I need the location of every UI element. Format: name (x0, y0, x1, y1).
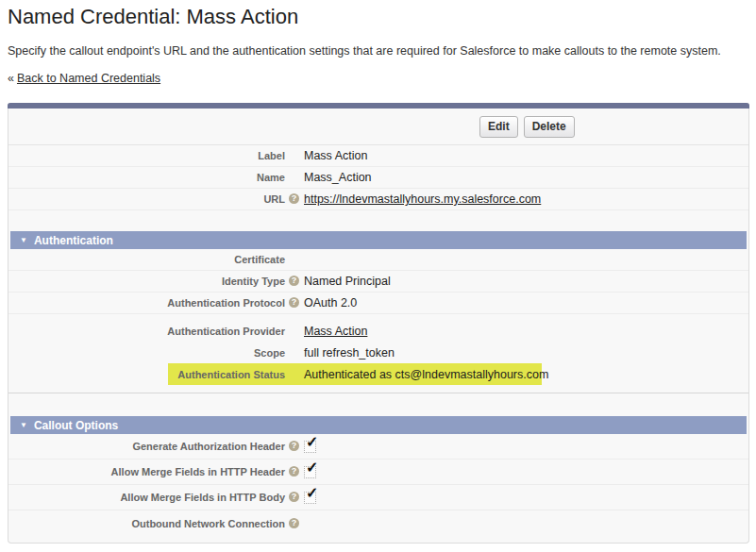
field-row-merge-fields-http-body: Allow Merge Fields in HTTP Body ? ✓ (8, 485, 748, 510)
field-row-generate-auth-header: Generate Authorization Header ? ✓ (8, 434, 748, 460)
auth-provider-link[interactable]: Mass Action (304, 325, 367, 338)
help-icon[interactable]: ? (289, 518, 299, 528)
field-merge-fields-http-body-label: Allow Merge Fields in HTTP Body ? (8, 492, 285, 503)
field-row-auth-protocol: Authentication Protocol ? OAuth 2.0 (8, 293, 748, 314)
field-row-auth-provider: Authentication Provider Mass Action (8, 320, 748, 342)
field-auth-status-text: Authentication Status (177, 369, 285, 380)
field-generate-auth-header-text: Generate Authorization Header (132, 441, 285, 452)
edit-button[interactable]: Edit (479, 116, 518, 138)
section-title-callout-options: Callout Options (34, 419, 118, 432)
field-merge-fields-http-header-label: Allow Merge Fields in HTTP Header ? (8, 466, 285, 477)
field-auth-protocol-text: Authentication Protocol (167, 297, 285, 309)
page-description: Specify the callout endpoint's URL and t… (8, 44, 749, 59)
field-label-label: Label (8, 150, 285, 161)
url-link[interactable]: https://lndevmastallyhours.my.salesforce… (304, 192, 541, 206)
field-auth-provider-value: Mass Action (285, 325, 367, 338)
field-outbound-network-connection-text: Outbound Network Connection (131, 518, 285, 529)
field-row-outbound-network-connection: Outbound Network Connection ? (8, 510, 748, 536)
detail-button-row: Edit Delete (8, 109, 748, 145)
field-row-scope: Scope full refresh_token (8, 342, 748, 363)
delete-button[interactable]: Delete (524, 116, 575, 138)
field-auth-status-value: Authenticated as cts@lndevmastallyhours.… (285, 368, 548, 381)
field-row-url: URL ? https://lndevmastallyhours.my.sale… (8, 189, 748, 210)
field-url-value: https://lndevmastallyhours.my.salesforce… (285, 192, 541, 206)
back-chevrons-glyph: « (8, 72, 14, 85)
field-outbound-network-connection-label: Outbound Network Connection ? (8, 518, 285, 529)
field-url-text: URL (263, 193, 285, 205)
section-header-callout-options[interactable]: ▼ Callout Options (10, 416, 747, 434)
checkbox-checked: ✓ (304, 466, 316, 478)
field-label-value: Mass Action (285, 149, 367, 162)
field-merge-fields-http-header-text: Allow Merge Fields in HTTP Header (111, 466, 285, 477)
field-row-auth-status: Authentication Status Authenticated as c… (8, 363, 748, 385)
field-auth-protocol-value: OAuth 2.0 (285, 296, 357, 309)
field-merge-fields-http-body-text: Allow Merge Fields in HTTP Body (120, 492, 285, 503)
field-auth-protocol-label: Authentication Protocol ? (8, 297, 285, 309)
field-auth-provider-label: Authentication Provider (8, 326, 285, 337)
field-row-merge-fields-http-header: Allow Merge Fields in HTTP Header ? ✓ (8, 460, 748, 485)
field-scope-text: Scope (254, 347, 285, 359)
checkbox-checked: ✓ (304, 441, 316, 453)
field-label-text: Label (258, 150, 285, 161)
setup-page: Named Credential: Mass Action Specify th… (0, 0, 756, 544)
named-credential-detail-panel: Edit Delete Label Mass Action Name Mass_… (8, 103, 749, 544)
section-title-authentication: Authentication (34, 234, 113, 247)
field-name-value: Mass_Action (285, 171, 372, 184)
field-identity-type-text: Identity Type (222, 276, 285, 287)
field-merge-fields-http-header-value: ✓ (285, 465, 316, 478)
field-auth-provider-text: Authentication Provider (167, 326, 285, 337)
field-generate-auth-header-value: ✓ (285, 440, 316, 453)
field-auth-status-label: Authentication Status (8, 369, 285, 380)
checkbox-checked: ✓ (304, 492, 316, 504)
field-merge-fields-http-body-value: ✓ (285, 491, 316, 504)
back-to-named-credentials-link[interactable]: Back to Named Credentials (17, 72, 160, 85)
checkmark-icon: ✓ (306, 460, 318, 476)
checkmark-icon: ✓ (306, 486, 318, 501)
field-identity-type-value: Named Principal (285, 275, 391, 288)
field-scope-value: full refresh_token (285, 346, 395, 360)
section-header-authentication[interactable]: ▼ Authentication (10, 231, 747, 249)
field-url-label: URL ? (8, 193, 285, 205)
field-row-name: Name Mass_Action (8, 167, 748, 189)
field-name-text: Name (257, 172, 285, 183)
field-certificate-text: Certificate (234, 254, 285, 265)
section-divider (8, 393, 748, 393)
field-scope-label: Scope (8, 347, 285, 359)
field-row-identity-type: Identity Type ? Named Principal (8, 271, 748, 293)
checkmark-icon: ✓ (306, 435, 318, 450)
collapse-triangle-icon[interactable]: ▼ (20, 421, 27, 429)
breadcrumb: «Back to Named Credentials (8, 72, 749, 85)
field-row-certificate: Certificate (8, 249, 748, 271)
page-title: Named Credential: Mass Action (8, 6, 749, 28)
field-identity-type-label: Identity Type ? (8, 276, 285, 287)
field-row-label: Label Mass Action (8, 145, 748, 167)
field-name-label: Name (8, 172, 285, 183)
field-generate-auth-header-label: Generate Authorization Header ? (8, 441, 285, 452)
collapse-triangle-icon[interactable]: ▼ (20, 236, 27, 244)
field-certificate-label: Certificate (8, 254, 285, 265)
